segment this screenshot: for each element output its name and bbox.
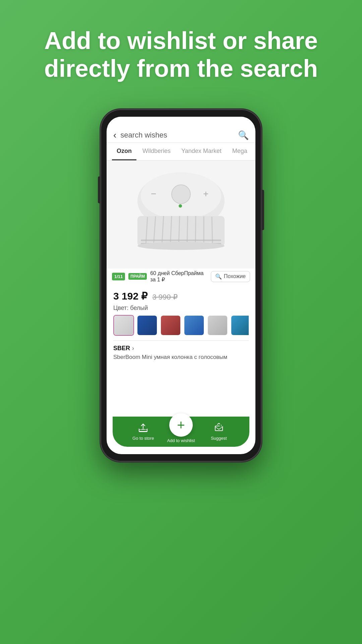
back-button[interactable]: ‹ [113,130,116,140]
product-image: − + [131,171,231,258]
similar-icon: 🔍 [215,273,222,280]
svg-line-12 [187,216,188,246]
swatch-white[interactable] [113,315,134,336]
similar-label: Похожие [224,273,246,279]
swatch-light-gray[interactable] [207,315,228,336]
plus-icon: + [177,418,185,432]
tab-mega[interactable]: Mega [228,143,252,160]
nav-suggest[interactable]: ! Suggest [195,423,243,441]
product-details: 3 192 ₽ 3 990 ₽ Цвет: белый [107,285,255,364]
search-icon[interactable]: 🔍 [238,130,249,141]
nav-go-to-store[interactable]: Go to store [119,423,167,441]
prime-badge: ПРАЙМ [128,273,147,280]
tab-yandex-market[interactable]: Yandex Market [177,143,226,160]
svg-point-5 [179,204,182,208]
search-bar: ‹ 🔍 [107,127,255,143]
divider [113,340,249,341]
svg-text:+: + [203,189,208,199]
seller-row[interactable]: SBER › [113,345,249,352]
svg-rect-22 [144,427,147,429]
hero-title: Add to wishlist or share directly from t… [0,0,362,103]
store-icon [138,423,148,434]
store-label: Go to store [132,436,154,441]
svg-text:!: ! [221,424,222,427]
promo-banner: 1/11 ПРАЙМ 60 дней СберПрайма за 1 ₽ 🔍 П… [107,268,255,285]
swatches-row [113,315,249,336]
product-description: SberBoom Mini умная колонка с голосовым [113,353,249,361]
swatch-blue-light[interactable] [231,315,249,336]
svg-point-18 [137,242,225,250]
swatch-blue[interactable] [184,315,204,336]
svg-rect-16 [141,239,221,241]
svg-line-15 [212,217,213,246]
swatch-red[interactable] [160,315,181,336]
seller-name: SBER [113,345,130,352]
phone-mockup: ‹ 🔍 Ozon Wildberies Yandex Market Mega − [101,109,261,462]
svg-rect-21 [139,427,142,429]
swatch-dark-blue[interactable] [137,315,158,336]
seller-chevron-icon: › [132,345,134,352]
wishlist-label: Add to wishlist [167,438,195,443]
tab-ozon[interactable]: Ozon [112,143,136,160]
price-current: 3 192 ₽ [113,290,147,302]
color-label: Цвет: белый [113,305,249,312]
product-image-area: − + [107,161,255,268]
tab-wildberies[interactable]: Wildberies [138,143,175,160]
svg-point-2 [172,185,190,204]
search-input[interactable] [120,131,234,140]
price-old: 3 990 ₽ [152,293,177,302]
promo-counter-badge: 1/11 [112,273,125,280]
svg-text:−: − [151,189,156,199]
phone-screen: ‹ 🔍 Ozon Wildberies Yandex Market Mega − [107,117,255,454]
similar-button[interactable]: 🔍 Похожие [211,271,250,282]
status-bar [107,117,255,127]
price-row: 3 192 ₽ 3 990 ₽ [113,290,249,302]
suggest-label: Suggest [211,436,227,441]
promo-text: 60 дней СберПрайма за 1 ₽ [150,270,207,283]
svg-line-13 [195,216,196,246]
nav-add-wishlist-container: + Add to wishlist [167,420,195,443]
bottom-nav: Go to store + Add to wishlist ! [113,417,249,447]
tabs-row: Ozon Wildberies Yandex Market Mega [107,143,255,161]
add-wishlist-button[interactable]: + [169,413,193,437]
suggest-icon: ! [214,423,224,434]
